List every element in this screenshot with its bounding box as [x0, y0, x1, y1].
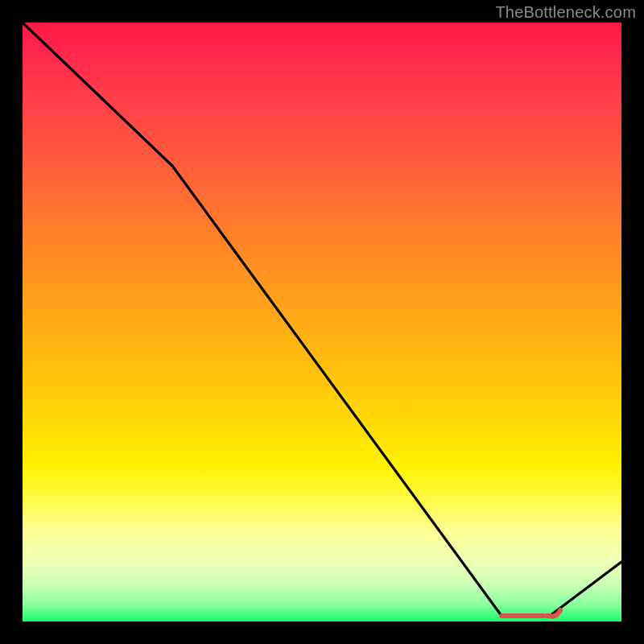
plot-area [23, 23, 621, 621]
chart-stage: TheBottleneck.com [0, 0, 644, 644]
bottleneck-curve [23, 23, 621, 616]
chart-svg [23, 23, 621, 621]
watermark-text: TheBottleneck.com [495, 3, 636, 22]
